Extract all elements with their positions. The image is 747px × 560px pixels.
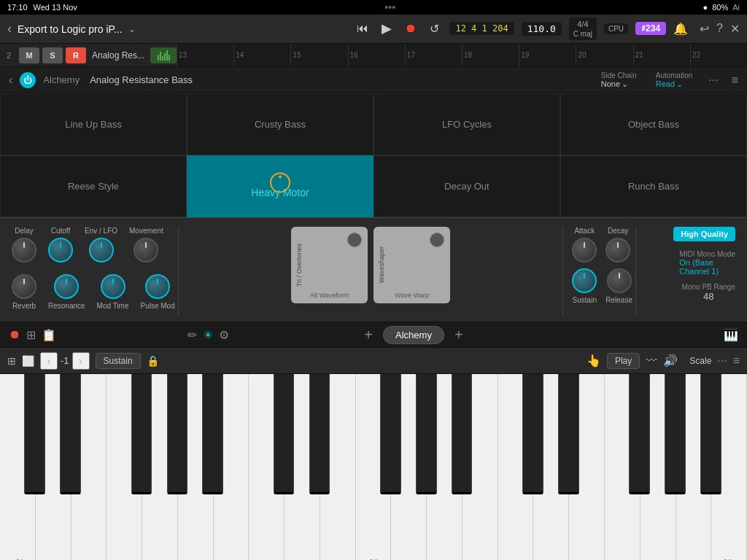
sliders-icon[interactable]: ⚙ [219,328,229,342]
track-mute-button[interactable]: M [19,47,39,63]
delay-knob[interactable] [12,238,36,262]
black-key[interactable] [167,374,188,494]
automation-value[interactable]: Read ⌄ [656,79,693,89]
black-key[interactable] [700,374,721,494]
movement-knob[interactable] [133,238,158,262]
list-icon[interactable]: 📋 [42,328,56,342]
attack-knob[interactable] [572,238,597,262]
lock-icon[interactable]: 🔒 [147,355,159,367]
cutoff-knob[interactable] [48,238,73,262]
release-knob[interactable] [607,268,632,293]
help-icon[interactable]: ? [716,22,723,36]
piano-resize-icon[interactable]: ⬜ [22,355,34,367]
white-key[interactable] [498,374,534,560]
status-left: 17:10 Wed 13 Nov [7,3,77,12]
preset-cell-object-bass[interactable]: Object Bass [560,93,747,155]
decay-knob[interactable] [605,238,630,262]
plugin-expand-button[interactable]: ≡ [732,74,738,87]
midi-mode-value-2[interactable]: Channel 1) [679,267,735,276]
piano-keyboard[interactable]: C1 C2 C3 [0,374,747,560]
resonance-knob[interactable] [54,274,79,299]
sidechain-value[interactable]: None ⌄ [601,79,637,89]
alt-waveform-knob[interactable] [347,233,362,247]
grid-icon[interactable]: ⊞ [26,328,36,342]
preset-cell-decay-out[interactable]: Decay Out [374,155,560,217]
alchemy-tab[interactable]: Alchemy [383,326,444,344]
more-options-button[interactable]: ··· [717,354,727,368]
high-quality-button[interactable]: High Quality [673,227,735,241]
white-key[interactable] [107,374,142,560]
add-left-button[interactable]: + [360,326,377,343]
pb-range-value[interactable]: 48 [682,291,735,302]
wave-warp-knob[interactable] [430,233,444,247]
black-key[interactable] [380,374,401,494]
close-icon[interactable]: ✕ [730,22,740,36]
sustain-knob[interactable] [572,268,597,293]
wave-icon[interactable]: 〰 [646,354,657,368]
white-key[interactable] [605,374,640,560]
metronome-icon[interactable]: 🔔 [673,22,688,36]
black-key[interactable] [24,374,45,494]
wave-warp-display[interactable]: Waveshaper Wave Warp [374,227,450,303]
movement-label: Movement [129,227,163,235]
preset-cell-heavy-motor[interactable]: Heavy Motor [187,155,374,217]
piano-nav-next-button[interactable]: › [72,352,90,370]
record-dots-icon[interactable]: ⏺ [9,328,20,341]
black-key[interactable] [60,374,81,494]
loop-button[interactable]: ↺ [427,20,442,37]
record-button[interactable]: ⏺ [402,20,419,36]
black-key[interactable] [309,374,330,494]
midi-mode-value[interactable]: On (Base [679,258,735,267]
black-key[interactable] [558,374,579,494]
transport-back-button[interactable]: ‹ [7,21,12,36]
black-key[interactable] [522,374,543,494]
pulse-mod-knob-group: Pulse Mod [141,274,175,310]
power-icon: ⏻ [23,75,32,85]
plugin-nav-back-button[interactable]: ‹ [9,74,12,87]
black-key[interactable] [452,374,473,494]
white-key[interactable] [249,374,285,560]
preset-cell-crusty-bass[interactable]: Crusty Bass [187,93,374,155]
wave-warp-side-label: Waveshaper [378,246,385,283]
black-key[interactable] [416,374,437,494]
play-button[interactable]: ▶ [379,19,395,38]
rewind-button[interactable]: ⏮ [354,20,371,36]
menu-icon[interactable]: ≡ [733,354,740,368]
preset-cell-reese-style[interactable]: Reese Style [0,155,187,217]
play-button-piano[interactable]: Play [607,353,640,369]
mod-time-knob[interactable] [101,274,125,299]
pencil-icon[interactable]: ✏ [187,328,197,342]
black-key[interactable] [202,374,223,494]
tempo-display[interactable]: 110.0 [522,22,562,36]
preset-cell-lfo-cycles[interactable]: LFO Cycles [374,93,560,155]
midi-badge[interactable]: ♯234 [635,22,666,35]
sun-icon[interactable]: ☀ [203,328,213,342]
speaker-icon[interactable]: 🔊 [663,354,678,368]
piano-nav-prev-button[interactable]: ‹ [40,352,58,370]
preset-cell-runch-bass[interactable]: Runch Bass [560,155,747,217]
black-key[interactable] [665,374,686,494]
transport-chevron-icon[interactable]: ⌄ [128,24,136,34]
alt-waveform-display[interactable]: Tri / Overtones Alt Waveform [291,227,368,303]
env-lfo-knob[interactable] [89,238,114,262]
track-timeline[interactable]: 13 14 15 16 17 18 19 20 21 22 [177,44,747,66]
black-key[interactable] [274,374,295,494]
sustain-button[interactable]: Sustain [96,353,141,369]
black-key[interactable] [131,374,152,494]
preset-cell-lineup-bass[interactable]: Line Up Bass [0,93,187,155]
pulse-mod-knob[interactable] [145,274,170,299]
black-key[interactable] [629,374,650,494]
history-icon[interactable]: ↩ [700,22,709,36]
track-record-button[interactable]: R [66,47,86,63]
white-key[interactable] [356,374,392,560]
plugin-more-button[interactable]: ··· [708,74,718,87]
time-signature-display[interactable]: 4/4 C maj [569,18,597,40]
piano-grid-icon[interactable]: ⊞ [7,355,16,367]
track-solo-button[interactable]: S [42,47,63,63]
white-key[interactable] [0,374,36,560]
scale-button[interactable]: Scale [689,356,711,366]
plugin-power-button[interactable]: ⏻ [20,72,36,88]
reverb-knob[interactable] [12,274,36,299]
add-right-button[interactable]: + [450,326,468,343]
piano-keys-icon[interactable]: 🎹 [724,328,738,342]
